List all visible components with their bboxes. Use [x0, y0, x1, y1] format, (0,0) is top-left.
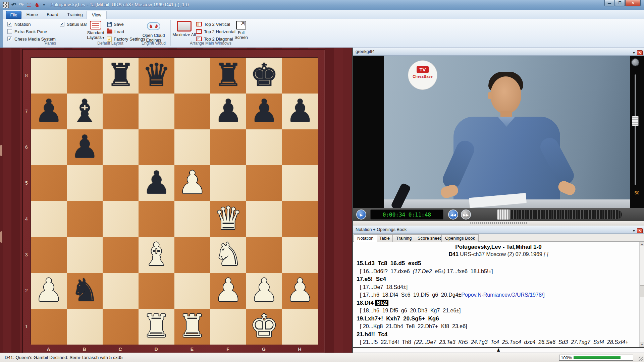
square-h6[interactable] — [282, 129, 318, 165]
scroll-up-icon[interactable]: ▲ — [640, 242, 644, 246]
tab-board[interactable]: Board — [42, 11, 63, 19]
piece-black-rook-c8[interactable]: ♜ — [103, 58, 139, 94]
piece-white-king-g1[interactable]: ♚ — [246, 309, 282, 345]
piece-black-rook-f8[interactable]: ♜ — [210, 58, 246, 94]
checkbox-extra-book-pane[interactable]: Extra Book Pane — [7, 29, 47, 34]
square-d4[interactable] — [139, 201, 174, 237]
checkbox-box[interactable] — [60, 22, 64, 26]
variation-text[interactable]: 17...fxe6 18.Lb5!±] — [445, 268, 493, 274]
square-h8[interactable] — [282, 58, 318, 94]
main-move-text[interactable]: 15.Ld3 Tc8 16.d5 exd5 — [357, 260, 421, 266]
square-h1[interactable] — [282, 309, 318, 345]
square-c2[interactable] — [103, 273, 139, 309]
main-move-text[interactable]: 18.Df4 — [357, 300, 375, 306]
square-e8[interactable] — [174, 58, 210, 94]
piece-black-bishop-b7[interactable]: ♝ — [67, 94, 103, 129]
volume-slider-handle[interactable] — [632, 116, 639, 126]
square-c4[interactable] — [103, 201, 139, 237]
scrollbar-thumb[interactable] — [640, 285, 644, 297]
seek-slider-handle[interactable] — [497, 209, 510, 220]
splitter-handle[interactable] — [0, 145, 2, 156]
play-button[interactable]: ▶ — [356, 209, 366, 220]
notation-tab-training[interactable]: Training — [392, 234, 415, 242]
variation-text[interactable]: [ 20...Kg8 21.Dh4 Te8 22.Dh7+ Kf8 23.e6] — [360, 323, 467, 329]
variation-text[interactable]: [ 18...h6 19.Df5 g6 20.Dh3 Kg7 21.e6±] — [360, 308, 461, 313]
square-a4[interactable] — [31, 201, 67, 237]
app-icon[interactable] — [3, 2, 9, 8]
tab-training[interactable]: Training — [64, 11, 86, 19]
square-g5[interactable] — [246, 165, 282, 201]
square-e4[interactable] — [174, 201, 210, 237]
square-a5[interactable] — [31, 165, 67, 201]
redo-icon[interactable]: ↷ — [19, 2, 23, 8]
square-f1[interactable] — [210, 309, 246, 345]
square-c1[interactable] — [103, 309, 139, 345]
maximize-button[interactable]: ❐ — [615, 0, 625, 6]
piece-black-pawn-g7[interactable]: ♟ — [246, 94, 282, 129]
square-e2[interactable] — [174, 273, 210, 309]
notation-content[interactable]: Polugaevsky,Lev - Tal,Mihail 1-0 D41 URS… — [353, 242, 644, 347]
square-e6[interactable] — [174, 129, 210, 165]
tab-file[interactable]: File — [6, 11, 21, 19]
piece-white-pawn-h2[interactable]: ♟ — [282, 273, 318, 309]
scroll-down-icon[interactable]: ▼ — [640, 343, 644, 347]
variation-text[interactable]: [ 21...f5 22.Td4! Th8 — [360, 339, 414, 345]
square-h5[interactable] — [282, 165, 318, 201]
square-g4[interactable] — [246, 201, 282, 237]
piece-black-king-g8[interactable]: ♚ — [246, 58, 282, 94]
square-b1[interactable] — [67, 309, 103, 345]
notation-tab-table[interactable]: Table — [376, 234, 393, 242]
piece-black-pawn-a7[interactable]: ♟ — [31, 94, 67, 129]
square-g6[interactable] — [246, 129, 282, 165]
square-a3[interactable] — [31, 237, 67, 273]
save-button[interactable]: Save — [107, 21, 124, 27]
square-c3[interactable] — [103, 237, 139, 273]
top-2-vertical-button[interactable]: Top 2 Vertical — [196, 21, 230, 27]
square-c7[interactable] — [103, 94, 139, 129]
notation-panel-header[interactable]: Notation + Openings Book ▼ ✕ — [353, 226, 644, 234]
variation-text[interactable]: [ 16...Dd6!? 17.dxe6 — [360, 268, 413, 274]
panel-close-icon[interactable]: ✕ — [637, 228, 643, 233]
square-b8[interactable] — [67, 58, 103, 94]
load-button[interactable]: Load — [107, 28, 124, 35]
rewind-button[interactable]: ◀◀ — [448, 209, 458, 220]
close-button[interactable]: ✕ — [625, 0, 641, 6]
piece-white-rook-e1[interactable]: ♜ — [174, 309, 210, 345]
red-board-icon[interactable]: ♖ — [26, 2, 32, 8]
splitter-handle[interactable] — [0, 231, 2, 243]
checkbox-box[interactable] — [7, 37, 12, 41]
variation-text[interactable]: Popov,N-Rumiancev,G/URS/1978/ — [461, 292, 543, 298]
square-d6[interactable] — [139, 129, 174, 165]
undo-icon[interactable]: ↶ — [11, 2, 16, 8]
tab-home[interactable]: Home — [23, 11, 41, 19]
checkbox-notation[interactable]: Notation — [7, 21, 31, 27]
red-knight-icon[interactable]: ♞ — [35, 2, 40, 8]
variation-text[interactable]: (17.De2 e5±) — [413, 268, 445, 274]
toolbar-dropdown-icon[interactable]: ▼ — [43, 3, 46, 7]
square-a8[interactable] — [31, 58, 67, 94]
piece-black-pawn-b6[interactable]: ♟ — [67, 129, 103, 165]
notation-tab-notation[interactable]: Notation — [354, 234, 377, 242]
seek-slider-track[interactable] — [511, 210, 622, 219]
panel-close-icon[interactable]: ✕ — [637, 50, 643, 55]
piece-black-queen-d8[interactable]: ♛ — [139, 58, 174, 94]
square-e3[interactable] — [174, 237, 210, 273]
square-h4[interactable] — [282, 201, 318, 237]
piece-white-pawn-g2[interactable]: ♟ — [246, 273, 282, 309]
main-move-text[interactable]: 19.Lxh7+! Kxh7 20.Sg5+ Kg6 — [357, 315, 439, 322]
main-move-text[interactable]: 17.e5! Sc4 — [357, 276, 386, 282]
square-d2[interactable] — [139, 273, 174, 309]
piece-white-bishop-d3[interactable]: ♝ — [139, 237, 174, 273]
variation-text[interactable]: [ 17...h6 18.Df4 Sc6 19.Df5 g6 20.Dg4± — [360, 292, 461, 298]
square-e7[interactable] — [174, 94, 210, 129]
checkbox-box[interactable] — [7, 29, 12, 34]
notation-tab-score-sheet[interactable]: Score sheet — [414, 234, 444, 242]
square-a6[interactable] — [31, 129, 67, 165]
square-h3[interactable] — [282, 237, 318, 273]
chess-board[interactable]: ♜♛♜♚♟♝♟♟♟♟♟♟♛♝♞♟♞♟♟♟♜♜♚ — [31, 57, 318, 344]
square-b4[interactable] — [67, 201, 103, 237]
square-f5[interactable] — [210, 165, 246, 201]
variation-text[interactable]: (22...De7 23.Te3 Kh5 24.Tg3 Tc4 25.Txc4 … — [414, 339, 629, 345]
panel-splitter[interactable] — [353, 221, 644, 226]
square-c6[interactable] — [103, 129, 139, 165]
